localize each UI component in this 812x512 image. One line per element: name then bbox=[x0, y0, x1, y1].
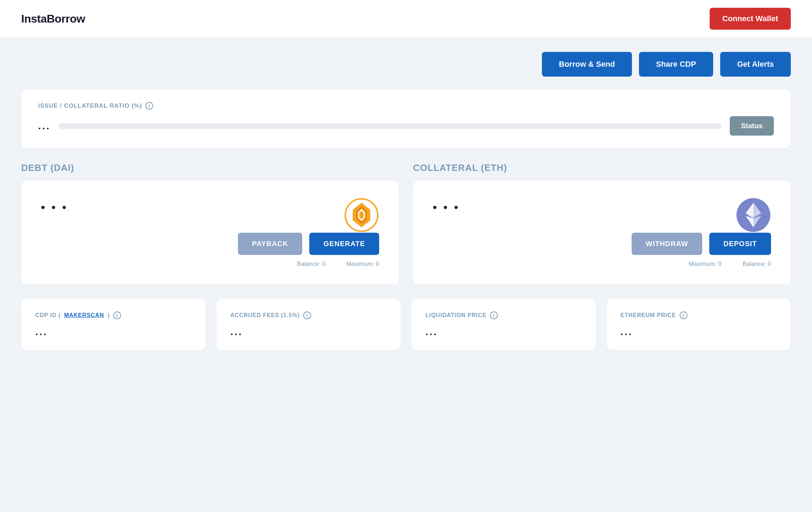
connect-wallet-button[interactable]: Connect Wallet bbox=[710, 8, 791, 30]
liquidation-price-label: LIQUIDATION PRICE i bbox=[425, 311, 582, 319]
ratio-progress-bar bbox=[59, 123, 721, 129]
debt-balance-row: Balance: 0 Maximum: 0 bbox=[41, 261, 379, 268]
header: InstaBorrow Connect Wallet bbox=[0, 0, 812, 38]
get-alerts-button[interactable]: Get Alerts bbox=[720, 52, 791, 77]
withdraw-button[interactable]: WITHDRAW bbox=[632, 233, 702, 255]
debt-balance-text: Balance: 0 bbox=[297, 261, 325, 268]
liquidation-price-info-icon[interactable]: i bbox=[490, 311, 498, 319]
ratio-progress-fill bbox=[59, 123, 721, 129]
ratio-row: ... Status bbox=[38, 116, 774, 136]
ethereum-price-info-icon[interactable]: i bbox=[680, 311, 687, 319]
ratio-dots: ... bbox=[38, 120, 50, 132]
cdp-id-info-icon[interactable]: i bbox=[113, 311, 121, 319]
debt-dots: • • • bbox=[41, 201, 68, 214]
debt-collateral-grid: DEBT (DAI) • • • bbox=[21, 162, 791, 285]
collateral-balance-row: Maximum: 0 Balance: 0 bbox=[433, 261, 771, 268]
debt-panel-actions: PAYBACK GENERATE Balance: 0 Maximum: 0 bbox=[41, 233, 379, 268]
payback-button[interactable]: PAYBACK bbox=[238, 233, 303, 255]
generate-button[interactable]: GENERATE bbox=[309, 233, 379, 255]
collateral-panel-buttons: WITHDRAW DEPOSIT bbox=[433, 233, 771, 255]
accrued-fees-value: ... bbox=[231, 326, 387, 338]
debt-section-title: DEBT (DAI) bbox=[21, 162, 399, 173]
liquidation-price-card: LIQUIDATION PRICE i ... bbox=[411, 299, 596, 350]
accrued-fees-card: ACCRUED FEES (1.5%) i ... bbox=[216, 299, 401, 350]
collateral-ratio-card: ISSUE / COLLATERAL RATIO (%) i ... Statu… bbox=[21, 89, 791, 148]
eth-icon bbox=[736, 197, 771, 233]
deposit-button[interactable]: DEPOSIT bbox=[709, 233, 771, 255]
debt-panel-buttons: PAYBACK GENERATE bbox=[41, 233, 379, 255]
debt-maximum-text: Maximum: 0 bbox=[346, 261, 379, 268]
collateral-panel-card: • • • bbox=[413, 180, 791, 285]
liquidation-price-value: ... bbox=[425, 326, 582, 338]
cdp-id-card: CDP ID (MAKERSCAN) i ... bbox=[21, 299, 206, 350]
status-button[interactable]: Status bbox=[730, 116, 774, 136]
collateral-ratio-label: ISSUE / COLLATERAL RATIO (%) i bbox=[38, 102, 774, 110]
collateral-panel-top: • • • bbox=[433, 197, 771, 233]
collateral-section-title: COLLATERAL (ETH) bbox=[413, 162, 791, 173]
accrued-fees-label: ACCRUED FEES (1.5%) i bbox=[231, 311, 387, 319]
collateral-ratio-info-icon[interactable]: i bbox=[145, 102, 153, 110]
debt-section: DEBT (DAI) • • • bbox=[21, 162, 399, 285]
info-cards-grid: CDP ID (MAKERSCAN) i ... ACCRUED FEES (1… bbox=[21, 299, 791, 350]
collateral-balance-text: Balance: 0 bbox=[743, 261, 771, 268]
dai-icon bbox=[344, 197, 379, 233]
debt-panel-card: • • • PAYBACK bbox=[21, 180, 399, 285]
cdp-id-label: CDP ID (MAKERSCAN) i bbox=[35, 311, 192, 319]
app-logo: InstaBorrow bbox=[21, 12, 85, 25]
debt-panel-top: • • • bbox=[41, 197, 379, 233]
share-cdp-button[interactable]: Share CDP bbox=[639, 52, 713, 77]
ethereum-price-value: ... bbox=[621, 326, 777, 338]
ethereum-price-card: ETHEREUM PRICE i ... bbox=[607, 299, 791, 350]
collateral-section: COLLATERAL (ETH) • • • bbox=[413, 162, 791, 285]
main-content: Borrow & Send Share CDP Get Alerts ISSUE… bbox=[0, 38, 812, 364]
makerscan-link[interactable]: MAKERSCAN bbox=[64, 312, 104, 318]
collateral-panel-actions: WITHDRAW DEPOSIT Maximum: 0 Balance: 0 bbox=[433, 233, 771, 268]
collateral-maximum-text: Maximum: 0 bbox=[689, 261, 722, 268]
collateral-dots: • • • bbox=[433, 201, 460, 214]
action-buttons-row: Borrow & Send Share CDP Get Alerts bbox=[21, 52, 791, 77]
accrued-fees-info-icon[interactable]: i bbox=[303, 311, 311, 319]
borrow-send-button[interactable]: Borrow & Send bbox=[542, 52, 632, 77]
ethereum-price-label: ETHEREUM PRICE i bbox=[621, 311, 777, 319]
cdp-id-value: ... bbox=[35, 326, 192, 338]
